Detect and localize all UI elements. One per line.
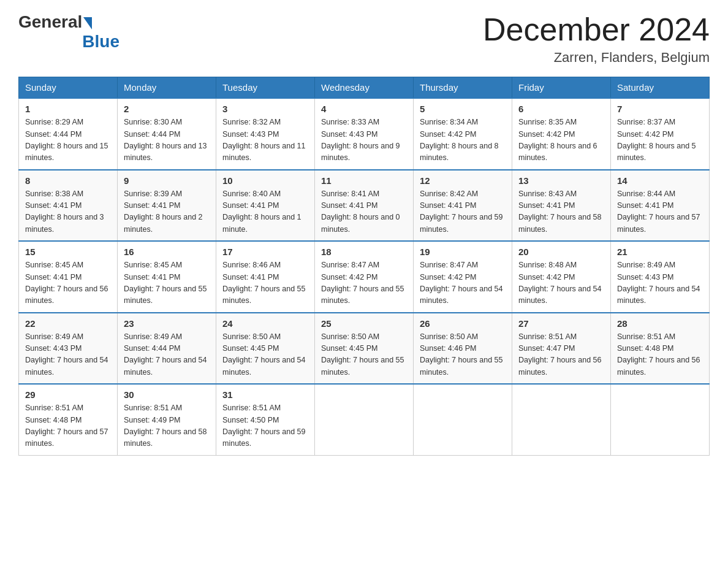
month-title: December 2024 <box>483 12 710 47</box>
table-row: 7Sunrise: 8:37 AMSunset: 4:42 PMDaylight… <box>611 98 710 170</box>
calendar-week-row: 29Sunrise: 8:51 AMSunset: 4:48 PMDayligh… <box>19 384 710 455</box>
day-info: Sunrise: 8:49 AMSunset: 4:44 PMDaylight:… <box>124 331 210 379</box>
table-row: 15Sunrise: 8:45 AMSunset: 4:41 PMDayligh… <box>19 241 118 313</box>
logo: General General Blue <box>18 12 119 52</box>
day-info: Sunrise: 8:49 AMSunset: 4:43 PMDaylight:… <box>617 259 703 307</box>
logo-blue-text: Blue <box>82 32 119 52</box>
day-info: Sunrise: 8:37 AMSunset: 4:42 PMDaylight:… <box>617 117 703 164</box>
day-number: 26 <box>420 318 506 329</box>
day-info: Sunrise: 8:35 AMSunset: 4:42 PMDaylight:… <box>518 117 604 164</box>
day-number: 27 <box>518 318 604 329</box>
day-number: 10 <box>222 175 308 186</box>
day-info: Sunrise: 8:40 AMSunset: 4:41 PMDaylight:… <box>222 188 308 236</box>
day-info: Sunrise: 8:41 AMSunset: 4:41 PMDaylight:… <box>321 188 407 236</box>
day-info: Sunrise: 8:51 AMSunset: 4:48 PMDaylight:… <box>617 331 703 379</box>
day-number: 11 <box>321 175 407 186</box>
col-thursday: Thursday <box>414 77 512 99</box>
day-number: 5 <box>420 104 506 114</box>
table-row: 18Sunrise: 8:47 AMSunset: 4:42 PMDayligh… <box>315 241 414 313</box>
table-row: 3Sunrise: 8:32 AMSunset: 4:43 PMDaylight… <box>216 98 315 170</box>
day-info: Sunrise: 8:43 AMSunset: 4:41 PMDaylight:… <box>518 188 604 236</box>
table-row: 11Sunrise: 8:41 AMSunset: 4:41 PMDayligh… <box>315 170 414 242</box>
table-row: 20Sunrise: 8:48 AMSunset: 4:42 PMDayligh… <box>512 241 611 313</box>
table-row: 4Sunrise: 8:33 AMSunset: 4:43 PMDaylight… <box>315 98 414 170</box>
day-info: Sunrise: 8:44 AMSunset: 4:41 PMDaylight:… <box>617 188 703 236</box>
table-row <box>512 384 611 455</box>
table-row: 13Sunrise: 8:43 AMSunset: 4:41 PMDayligh… <box>512 170 611 242</box>
day-info: Sunrise: 8:45 AMSunset: 4:41 PMDaylight:… <box>124 259 210 307</box>
table-row: 10Sunrise: 8:40 AMSunset: 4:41 PMDayligh… <box>216 170 315 242</box>
page-header: General General Blue December 2024 Zarre… <box>18 12 710 66</box>
table-row <box>315 384 414 455</box>
table-row: 12Sunrise: 8:42 AMSunset: 4:41 PMDayligh… <box>414 170 512 242</box>
table-row: 19Sunrise: 8:47 AMSunset: 4:42 PMDayligh… <box>414 241 512 313</box>
title-area: December 2024 Zarren, Flanders, Belgium <box>483 12 710 66</box>
day-info: Sunrise: 8:47 AMSunset: 4:42 PMDaylight:… <box>321 259 407 307</box>
day-number: 17 <box>222 247 308 257</box>
table-row: 21Sunrise: 8:49 AMSunset: 4:43 PMDayligh… <box>611 241 710 313</box>
day-info: Sunrise: 8:32 AMSunset: 4:43 PMDaylight:… <box>222 117 308 164</box>
day-number: 22 <box>25 318 111 329</box>
day-number: 21 <box>617 247 703 257</box>
day-info: Sunrise: 8:50 AMSunset: 4:45 PMDaylight:… <box>222 331 308 379</box>
day-number: 2 <box>124 104 210 114</box>
day-info: Sunrise: 8:48 AMSunset: 4:42 PMDaylight:… <box>518 259 604 307</box>
table-row: 28Sunrise: 8:51 AMSunset: 4:48 PMDayligh… <box>611 313 710 385</box>
day-info: Sunrise: 8:33 AMSunset: 4:43 PMDaylight:… <box>321 117 407 164</box>
day-number: 12 <box>420 175 506 186</box>
table-row: 27Sunrise: 8:51 AMSunset: 4:47 PMDayligh… <box>512 313 611 385</box>
day-info: Sunrise: 8:29 AMSunset: 4:44 PMDaylight:… <box>25 117 111 164</box>
day-info: Sunrise: 8:51 AMSunset: 4:48 PMDaylight:… <box>25 402 111 450</box>
day-info: Sunrise: 8:50 AMSunset: 4:46 PMDaylight:… <box>420 331 506 379</box>
day-number: 31 <box>222 389 308 400</box>
logo-triangle-icon <box>83 17 92 29</box>
day-number: 9 <box>124 175 210 186</box>
table-row: 16Sunrise: 8:45 AMSunset: 4:41 PMDayligh… <box>118 241 216 313</box>
day-info: Sunrise: 8:46 AMSunset: 4:41 PMDaylight:… <box>222 259 308 307</box>
table-row: 17Sunrise: 8:46 AMSunset: 4:41 PMDayligh… <box>216 241 315 313</box>
day-number: 3 <box>222 104 308 114</box>
day-number: 19 <box>420 247 506 257</box>
col-saturday: Saturday <box>611 77 710 99</box>
day-number: 16 <box>124 247 210 257</box>
day-number: 14 <box>617 175 703 186</box>
table-row: 6Sunrise: 8:35 AMSunset: 4:42 PMDaylight… <box>512 98 611 170</box>
col-tuesday: Tuesday <box>216 77 315 99</box>
day-info: Sunrise: 8:51 AMSunset: 4:47 PMDaylight:… <box>518 331 604 379</box>
day-info: Sunrise: 8:45 AMSunset: 4:41 PMDaylight:… <box>25 259 111 307</box>
location-subtitle: Zarren, Flanders, Belgium <box>483 50 710 66</box>
table-row: 30Sunrise: 8:51 AMSunset: 4:49 PMDayligh… <box>118 384 216 455</box>
day-info: Sunrise: 8:50 AMSunset: 4:45 PMDaylight:… <box>321 331 407 379</box>
table-row: 26Sunrise: 8:50 AMSunset: 4:46 PMDayligh… <box>414 313 512 385</box>
day-number: 29 <box>25 389 111 400</box>
day-number: 25 <box>321 318 407 329</box>
day-info: Sunrise: 8:47 AMSunset: 4:42 PMDaylight:… <box>420 259 506 307</box>
day-number: 1 <box>25 104 111 114</box>
calendar-week-row: 22Sunrise: 8:49 AMSunset: 4:43 PMDayligh… <box>19 313 710 385</box>
table-row: 2Sunrise: 8:30 AMSunset: 4:44 PMDaylight… <box>118 98 216 170</box>
calendar-header-row: Sunday Monday Tuesday Wednesday Thursday… <box>19 77 710 99</box>
table-row: 1Sunrise: 8:29 AMSunset: 4:44 PMDaylight… <box>19 98 118 170</box>
calendar-week-row: 1Sunrise: 8:29 AMSunset: 4:44 PMDaylight… <box>19 98 710 170</box>
day-info: Sunrise: 8:42 AMSunset: 4:41 PMDaylight:… <box>420 188 506 236</box>
day-number: 15 <box>25 247 111 257</box>
day-number: 20 <box>518 247 604 257</box>
table-row: 31Sunrise: 8:51 AMSunset: 4:50 PMDayligh… <box>216 384 315 455</box>
day-number: 4 <box>321 104 407 114</box>
day-number: 30 <box>124 389 210 400</box>
table-row: 9Sunrise: 8:39 AMSunset: 4:41 PMDaylight… <box>118 170 216 242</box>
day-number: 28 <box>617 318 703 329</box>
table-row <box>611 384 710 455</box>
day-info: Sunrise: 8:34 AMSunset: 4:42 PMDaylight:… <box>420 117 506 164</box>
table-row: 25Sunrise: 8:50 AMSunset: 4:45 PMDayligh… <box>315 313 414 385</box>
table-row: 22Sunrise: 8:49 AMSunset: 4:43 PMDayligh… <box>19 313 118 385</box>
table-row: 14Sunrise: 8:44 AMSunset: 4:41 PMDayligh… <box>611 170 710 242</box>
logo-general-text: General <box>18 12 82 32</box>
col-monday: Monday <box>118 77 216 99</box>
day-number: 6 <box>518 104 604 114</box>
calendar-week-row: 15Sunrise: 8:45 AMSunset: 4:41 PMDayligh… <box>19 241 710 313</box>
day-info: Sunrise: 8:51 AMSunset: 4:50 PMDaylight:… <box>222 402 308 450</box>
calendar-table: Sunday Monday Tuesday Wednesday Thursday… <box>18 77 710 456</box>
col-sunday: Sunday <box>19 77 118 99</box>
col-wednesday: Wednesday <box>315 77 414 99</box>
